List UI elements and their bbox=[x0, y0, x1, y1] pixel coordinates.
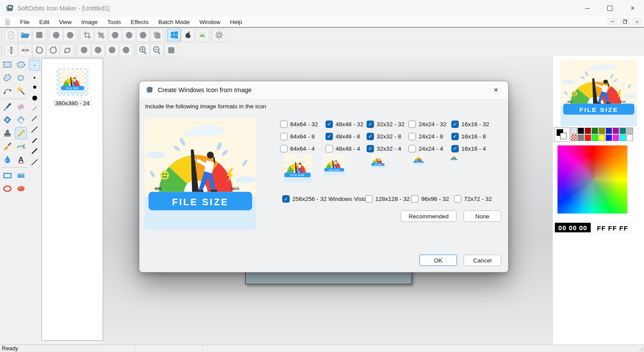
tool-brush[interactable] bbox=[1, 140, 14, 152]
swatch-red[interactable] bbox=[585, 135, 591, 141]
format-16x16-4[interactable]: 16x16 - 4 bbox=[451, 142, 504, 155]
format-24x24-8[interactable]: 24x24 - 8 bbox=[409, 130, 451, 142]
format-72x72-32[interactable]: 72x72 - 32 bbox=[454, 195, 492, 203]
format-128x128-32[interactable]: 128x128 - 32 bbox=[365, 195, 410, 203]
save-button[interactable] bbox=[32, 29, 46, 41]
size-line-5[interactable] bbox=[29, 147, 40, 155]
maximize-button[interactable] bbox=[599, 0, 621, 17]
background-color-swatch[interactable] bbox=[560, 133, 567, 139]
swatch-navy[interactable] bbox=[606, 128, 612, 134]
redo-button[interactable] bbox=[63, 29, 77, 41]
toolbar-grip[interactable] bbox=[1, 45, 3, 56]
toolbar-grip[interactable] bbox=[1, 29, 3, 41]
menu-file[interactable]: File bbox=[15, 17, 35, 27]
swatch-maroon[interactable] bbox=[585, 128, 591, 134]
menu-help[interactable]: Help bbox=[225, 17, 247, 27]
effects-button[interactable] bbox=[122, 29, 136, 41]
format-16x16-32[interactable]: 16x16 - 32 bbox=[451, 118, 504, 130]
size-dot-4px[interactable] bbox=[33, 86, 36, 89]
format-24x24-4[interactable]: 24x24 - 4 bbox=[409, 142, 451, 155]
swatch-black[interactable] bbox=[578, 128, 584, 134]
copy-button[interactable] bbox=[150, 29, 164, 41]
rotate-right-button[interactable] bbox=[46, 44, 60, 56]
rotate-left-button[interactable] bbox=[32, 44, 46, 56]
swatch-blue[interactable] bbox=[606, 135, 612, 141]
tool-select-rectangle[interactable] bbox=[1, 59, 14, 71]
tool-button-2[interactable] bbox=[91, 44, 105, 56]
format-32x32-8[interactable]: 32x32 - 8 bbox=[367, 130, 409, 142]
color-gradient-picker[interactable] bbox=[557, 145, 627, 214]
format-48x48-32[interactable]: 48x48 - 32 bbox=[325, 118, 367, 130]
format-32x32-4[interactable]: 32x32 - 4 bbox=[367, 142, 409, 155]
mdi-minimize-button[interactable] bbox=[607, 17, 618, 26]
swatch-lime[interactable] bbox=[592, 135, 598, 141]
tool-path[interactable] bbox=[1, 85, 14, 97]
size-line-2[interactable] bbox=[29, 115, 40, 123]
color-square-button[interactable] bbox=[164, 44, 178, 56]
size-dot-7px[interactable] bbox=[32, 96, 37, 100]
tool-select-ellipse[interactable] bbox=[15, 59, 27, 71]
tool-button-3[interactable] bbox=[105, 44, 119, 56]
tool-button-1[interactable] bbox=[77, 44, 91, 56]
swatch-teal[interactable] bbox=[620, 128, 626, 134]
new-document-button[interactable] bbox=[4, 29, 18, 41]
settings-button[interactable] bbox=[212, 29, 226, 41]
menu-tools[interactable]: Tools bbox=[103, 17, 126, 27]
dialog-close-button[interactable]: × bbox=[491, 85, 501, 95]
swatch-magenta[interactable] bbox=[613, 135, 619, 141]
minimize-button[interactable] bbox=[576, 0, 599, 17]
zoom-out-button[interactable] bbox=[150, 44, 164, 56]
tool-button-4[interactable] bbox=[119, 44, 133, 56]
format-48x48-8[interactable]: 48x48 - 8 bbox=[325, 130, 367, 142]
foreground-background-selector[interactable] bbox=[554, 127, 570, 142]
tool-magic-wand[interactable] bbox=[15, 85, 27, 97]
swatch-silver[interactable] bbox=[627, 128, 633, 134]
tool-lasso-freehand[interactable] bbox=[15, 72, 27, 84]
tool-ellipse-outline[interactable] bbox=[1, 183, 14, 195]
mdi-restore-button[interactable] bbox=[620, 17, 630, 26]
swatch-olive[interactable] bbox=[599, 128, 605, 134]
format-256x256-32-vista[interactable]: 256x256 - 32 Windows Vista bbox=[282, 195, 367, 203]
filters-button[interactable] bbox=[136, 29, 150, 41]
menu-effects[interactable]: Effects bbox=[126, 17, 153, 27]
frame-thumbnail[interactable] bbox=[56, 68, 89, 96]
tool-blur-drop[interactable] bbox=[1, 153, 14, 166]
ok-button[interactable]: OK bbox=[419, 255, 457, 266]
format-24x24-32[interactable]: 24x24 - 32 bbox=[409, 118, 451, 130]
size-line-4[interactable] bbox=[29, 137, 40, 145]
swatch-transparent[interactable] bbox=[571, 128, 577, 134]
undo-button[interactable] bbox=[49, 29, 63, 41]
tool-rectangle-outline[interactable] bbox=[1, 169, 14, 182]
cancel-button[interactable]: Cancel bbox=[464, 255, 501, 266]
size-line-3[interactable] bbox=[29, 125, 40, 134]
format-32x32-32[interactable]: 32x32 - 32 bbox=[367, 118, 409, 130]
format-48x48-4[interactable]: 48x48 - 4 bbox=[325, 142, 367, 155]
tool-text[interactable]: A bbox=[15, 153, 27, 166]
size-dot-2px[interactable] bbox=[34, 77, 35, 79]
canvas-size-button[interactable] bbox=[94, 29, 108, 41]
format-16x16-8[interactable]: 16x16 - 8 bbox=[451, 130, 504, 142]
menu-view[interactable]: View bbox=[54, 17, 76, 27]
swatch-transparent-red[interactable] bbox=[571, 135, 577, 141]
size-dot-1px-selected[interactable] bbox=[29, 60, 40, 71]
flip-vertical-button[interactable] bbox=[4, 44, 18, 56]
swatch-gray[interactable] bbox=[578, 135, 584, 141]
mdi-close-button[interactable]: × bbox=[632, 17, 642, 26]
rotate-180-button[interactable] bbox=[60, 44, 74, 56]
tool-ellipse-filled[interactable] bbox=[15, 183, 27, 195]
swatch-green[interactable] bbox=[592, 128, 598, 134]
format-64x64-4[interactable]: 64x64 - 4 bbox=[280, 142, 325, 155]
resize-button[interactable] bbox=[108, 29, 122, 41]
format-64x64-8[interactable]: 64x64 - 8 bbox=[280, 130, 325, 142]
flip-horizontal-button[interactable] bbox=[18, 44, 32, 56]
tool-curve[interactable] bbox=[15, 140, 27, 152]
tool-lasso-polygon[interactable] bbox=[1, 72, 14, 84]
recommended-button[interactable]: Recommended bbox=[401, 211, 457, 222]
size-line-6[interactable] bbox=[29, 158, 40, 167]
tool-paint-gradient[interactable] bbox=[15, 114, 27, 126]
tool-stamp[interactable] bbox=[1, 127, 14, 139]
tool-eraser[interactable] bbox=[15, 101, 27, 113]
format-96x96-32[interactable]: 96x96 - 32 bbox=[411, 195, 449, 203]
swatch-white[interactable] bbox=[627, 135, 633, 141]
format-64x64-32[interactable]: 64x64 - 32 bbox=[280, 118, 325, 130]
